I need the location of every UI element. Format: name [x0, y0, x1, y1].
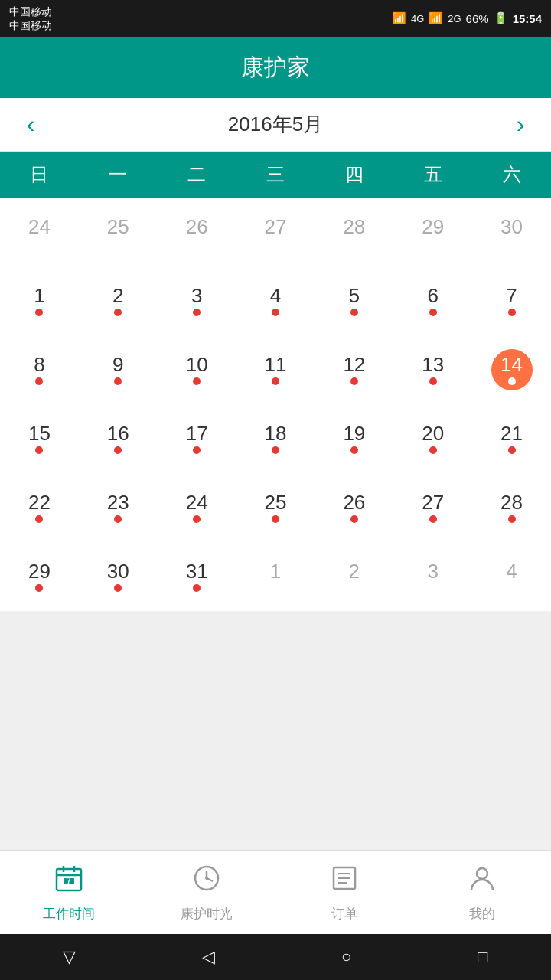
calendar-day[interactable]: 4	[472, 542, 551, 611]
nav-back-button[interactable]: ◁	[202, 947, 215, 967]
event-dot	[272, 240, 279, 247]
calendar-day[interactable]: 7	[472, 266, 551, 335]
calendar-icon: 7	[54, 863, 84, 900]
nav-down-button[interactable]: ▽	[63, 947, 76, 967]
weekday-header: 日	[0, 152, 79, 198]
event-dot	[114, 584, 122, 592]
calendar-day[interactable]: 29	[393, 198, 472, 266]
nav-label: 我的	[469, 905, 495, 923]
calendar-day[interactable]: 22	[0, 473, 79, 542]
calendar-day[interactable]: 23	[79, 473, 158, 542]
calendar-day[interactable]: 2	[315, 542, 393, 611]
weekday-header: 六	[472, 152, 551, 198]
day-number: 27	[422, 492, 444, 512]
calendar-day[interactable]: 11	[236, 335, 315, 404]
event-dot	[508, 377, 516, 385]
day-number: 22	[28, 492, 51, 512]
calendar-day[interactable]: 26	[315, 473, 393, 542]
list-icon	[329, 863, 360, 900]
calendar-day[interactable]: 20	[393, 404, 472, 473]
nav-label: 工作时间	[43, 905, 95, 923]
calendar-day[interactable]: 3	[393, 542, 472, 611]
nav-item-订单[interactable]: 订单	[276, 851, 413, 934]
calendar-day[interactable]: 30	[79, 542, 158, 611]
day-number: 15	[28, 423, 51, 443]
event-dot	[350, 446, 358, 454]
calendar-nav: ‹ 2016年5月 ›	[0, 98, 551, 152]
day-number: 4	[270, 286, 281, 305]
next-month-button[interactable]: ›	[505, 110, 536, 139]
calendar-day[interactable]: 5	[315, 266, 393, 335]
calendar-day[interactable]: 19	[315, 404, 393, 473]
day-number: 9	[112, 354, 123, 374]
calendar-day[interactable]: 10	[158, 335, 236, 404]
status-bar: 中国移动 中国移动 📶 4G 📶 2G 66% 🔋 15:54	[0, 0, 551, 37]
nav-item-康护时光[interactable]: 康护时光	[138, 851, 276, 934]
calendar-day[interactable]: 14	[472, 335, 551, 404]
event-dot	[350, 377, 358, 385]
network2: 2G	[448, 13, 461, 24]
calendar-day[interactable]: 25	[236, 473, 315, 542]
event-dot	[508, 446, 516, 454]
nav-item-我的[interactable]: 我的	[413, 851, 551, 934]
calendar-day[interactable]: 26	[158, 198, 236, 266]
event-dot	[429, 515, 437, 523]
day-number: 28	[343, 217, 365, 237]
event-dot	[272, 377, 279, 385]
nav-recent-button[interactable]: □	[478, 947, 487, 967]
event-dot	[35, 446, 43, 454]
calendar-day[interactable]: 31	[158, 542, 236, 611]
calendar-day[interactable]: 3	[158, 266, 236, 335]
calendar-day[interactable]: 30	[472, 198, 551, 266]
carrier2: 中国移动	[9, 18, 52, 32]
event-dot	[193, 584, 201, 592]
calendar-day[interactable]: 28	[315, 198, 393, 266]
calendar-day[interactable]: 15	[0, 404, 79, 473]
calendar-day[interactable]: 17	[158, 404, 236, 473]
event-dot	[35, 515, 43, 523]
clock-icon	[191, 863, 222, 900]
calendar-day[interactable]: 18	[236, 404, 315, 473]
calendar-day[interactable]: 27	[236, 198, 315, 266]
event-dot	[193, 309, 201, 316]
calendar-day[interactable]: 12	[315, 335, 393, 404]
day-number: 2	[349, 561, 360, 581]
day-number: 10	[186, 354, 208, 374]
signal-icon: 📶	[429, 11, 443, 25]
calendar-day[interactable]: 28	[472, 473, 551, 542]
calendar-day[interactable]: 29	[0, 542, 79, 611]
calendar-day[interactable]: 9	[79, 335, 158, 404]
calendar-day[interactable]: 24	[0, 198, 79, 266]
event-dot	[350, 240, 358, 247]
calendar-day[interactable]: 21	[472, 404, 551, 473]
bottom-nav: 7 工作时间 康护时光 订单 我的	[0, 850, 551, 934]
calendar-day[interactable]: 2	[79, 266, 158, 335]
day-number: 24	[28, 217, 51, 237]
event-dot	[350, 309, 358, 316]
calendar-day[interactable]: 1	[236, 542, 315, 611]
nav-label: 订单	[331, 905, 357, 923]
event-dot	[35, 309, 43, 316]
time: 15:54	[513, 12, 542, 25]
prev-month-button[interactable]: ‹	[15, 110, 46, 139]
calendar-day[interactable]: 4	[236, 266, 315, 335]
day-number: 29	[28, 561, 51, 581]
calendar-day[interactable]: 6	[393, 266, 472, 335]
calendar-day[interactable]: 24	[158, 473, 236, 542]
calendar-day[interactable]: 16	[79, 404, 158, 473]
event-dot	[272, 446, 279, 454]
day-number: 2	[112, 286, 123, 305]
nav-item-工作时间[interactable]: 7 工作时间	[0, 851, 138, 934]
calendar-day[interactable]: 8	[0, 335, 79, 404]
battery-icon: 🔋	[494, 11, 508, 25]
nav-home-button[interactable]: ○	[341, 947, 351, 967]
day-number: 26	[343, 492, 365, 512]
event-dot	[114, 309, 122, 316]
day-number: 20	[422, 423, 444, 443]
day-number: 11	[265, 354, 287, 374]
calendar-day[interactable]: 1	[0, 266, 79, 335]
day-number: 28	[500, 492, 523, 512]
calendar-day[interactable]: 27	[393, 473, 472, 542]
calendar-day[interactable]: 13	[393, 335, 472, 404]
calendar-day[interactable]: 25	[79, 198, 158, 266]
